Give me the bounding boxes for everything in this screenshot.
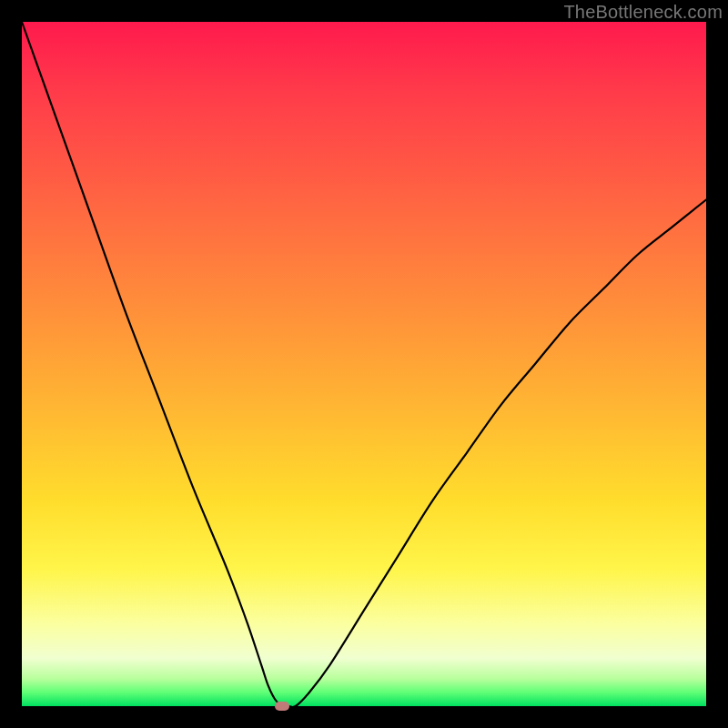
optimal-marker [275, 702, 289, 711]
bottleneck-curve [22, 22, 706, 706]
watermark-text: TheBottleneck.com [563, 2, 723, 23]
chart-frame: TheBottleneck.com [0, 0, 728, 728]
plot-area [22, 22, 706, 706]
